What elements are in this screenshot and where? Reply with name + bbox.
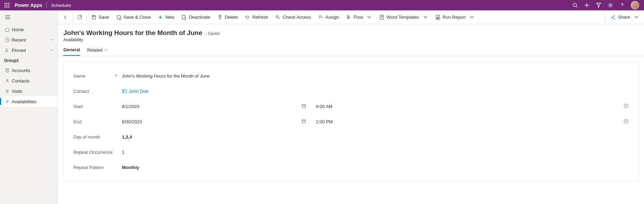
repeat-occurrence-value: 1 (122, 150, 124, 155)
start-time-value: 9:00 AM (316, 104, 624, 109)
deactivate-button[interactable]: Deactivate (178, 10, 213, 24)
end-date-input[interactable]: 6/30/2023 (122, 119, 316, 125)
field-contact: Contact John Doe (73, 83, 628, 99)
svg-rect-53 (302, 120, 306, 123)
back-arrow-icon (63, 15, 68, 20)
add-button[interactable] (581, 0, 593, 10)
filter-button[interactable] (593, 0, 605, 10)
contact-value: John Doe (129, 89, 148, 94)
key-icon (275, 15, 281, 20)
chevron-down-icon (367, 15, 372, 20)
back-button[interactable] (59, 10, 72, 24)
save-close-button[interactable]: Save & Close (113, 10, 155, 24)
app-launcher-button[interactable] (2, 0, 12, 10)
start-date-input[interactable]: 6/1/2023 (122, 104, 316, 109)
global-top-bar: Power Apps Scheduler (0, 0, 644, 10)
app-name[interactable]: Scheduler (51, 3, 71, 8)
chevron-down-icon (50, 37, 53, 43)
svg-rect-46 (122, 89, 126, 93)
nav-recent[interactable]: Recent (0, 35, 58, 45)
svg-rect-0 (5, 3, 6, 4)
gear-outline-icon (5, 89, 10, 94)
chevron-down-icon (104, 48, 107, 52)
nav-visits-label: Visits (12, 89, 23, 94)
hamburger-icon (5, 15, 10, 20)
contact-lookup[interactable]: John Doe (122, 89, 148, 94)
word-templates-button[interactable]: Word Templates (376, 10, 431, 24)
user-avatar[interactable] (631, 1, 639, 9)
nav-collapse-button[interactable] (0, 10, 58, 24)
repeat-occurrence-label: Repeat Occurrence (73, 150, 122, 155)
repeat-occurrence-input[interactable]: 1 (122, 150, 628, 155)
svg-rect-27 (93, 16, 95, 17)
start-time-input[interactable]: 9:00 AM (316, 104, 628, 109)
refresh-icon (245, 15, 250, 20)
record-status: - Saved (205, 31, 220, 36)
svg-rect-6 (5, 7, 6, 8)
run-report-button[interactable]: Run Report (432, 10, 478, 24)
nav-recent-label: Recent (12, 37, 26, 43)
field-start: Start 6/1/2023 9:00 AM (73, 99, 628, 114)
svg-rect-2 (8, 3, 9, 4)
search-icon (572, 2, 578, 8)
assign-button[interactable]: Assign (315, 10, 343, 24)
pin-icon (5, 48, 10, 53)
help-button[interactable] (616, 0, 628, 10)
flow-button[interactable]: Flow (343, 10, 376, 24)
calendar-icon[interactable] (301, 119, 306, 125)
nav-pinned-label: Pinned (12, 48, 26, 53)
open-new-window-button[interactable] (73, 10, 86, 24)
nav-visits[interactable]: Visits (0, 86, 58, 96)
repeat-pattern-value: Monthly (122, 165, 139, 170)
nav-availabilities[interactable]: Availabilities (0, 96, 58, 107)
building-icon (5, 68, 10, 73)
share-label: Share (618, 15, 630, 20)
contact-input[interactable]: John Doe (122, 89, 628, 94)
help-icon (619, 2, 625, 8)
person-icon (5, 78, 10, 83)
name-label: Name (73, 73, 122, 79)
new-label: New (165, 15, 174, 20)
tab-related-label: Related (87, 47, 103, 53)
clock-icon[interactable] (624, 119, 628, 125)
nav-pinned[interactable]: Pinned (0, 45, 58, 55)
svg-point-43 (611, 17, 612, 18)
nav-group-label: Group1 (0, 55, 58, 65)
svg-rect-7 (7, 7, 8, 8)
search-button[interactable] (569, 0, 581, 10)
end-time-input[interactable]: 2:00 PM (316, 119, 628, 125)
share-button[interactable]: Share (607, 10, 643, 24)
day-of-month-value: 1,3,4 (122, 134, 132, 140)
separator (72, 13, 73, 22)
check-access-button[interactable]: Check Access (272, 10, 315, 24)
clock-icon[interactable] (624, 104, 628, 109)
day-of-month-input[interactable]: 1,3,4 (122, 134, 628, 140)
field-day-of-month: Day of month 1,3,4 (73, 129, 628, 144)
calendar-icon[interactable] (301, 104, 306, 109)
form-card: Name John's Working Hours for the Month … (63, 62, 638, 181)
side-nav: Home Recent Pinned Group1 Accounts Conta… (0, 10, 58, 204)
day-of-month-label: Day of month (73, 134, 122, 140)
name-input[interactable]: John's Working Hours for the Month of Ju… (122, 73, 628, 79)
gear-icon (608, 2, 613, 8)
field-end: End 6/30/2023 2:00 PM (73, 114, 628, 129)
form-container: Name John's Working Hours for the Month … (58, 56, 644, 187)
repeat-pattern-input[interactable]: Monthly (122, 165, 628, 170)
nav-home[interactable]: Home (0, 24, 58, 35)
chevron-down-icon (50, 48, 53, 53)
nav-accounts[interactable]: Accounts (0, 65, 58, 76)
tab-general[interactable]: General (63, 47, 80, 56)
plus-icon (158, 15, 163, 20)
settings-button[interactable] (605, 0, 616, 10)
new-button[interactable]: New (154, 10, 178, 24)
svg-point-44 (614, 15, 615, 16)
svg-point-47 (123, 90, 124, 91)
svg-point-24 (7, 101, 8, 102)
save-button[interactable]: Save (88, 10, 113, 24)
refresh-button[interactable]: Refresh (241, 10, 272, 24)
delete-button[interactable]: Delete (214, 10, 241, 24)
nav-contacts[interactable]: Contacts (0, 76, 58, 86)
contact-label: Contact (73, 89, 122, 94)
tab-related[interactable]: Related (87, 47, 107, 56)
svg-marker-13 (597, 3, 601, 7)
